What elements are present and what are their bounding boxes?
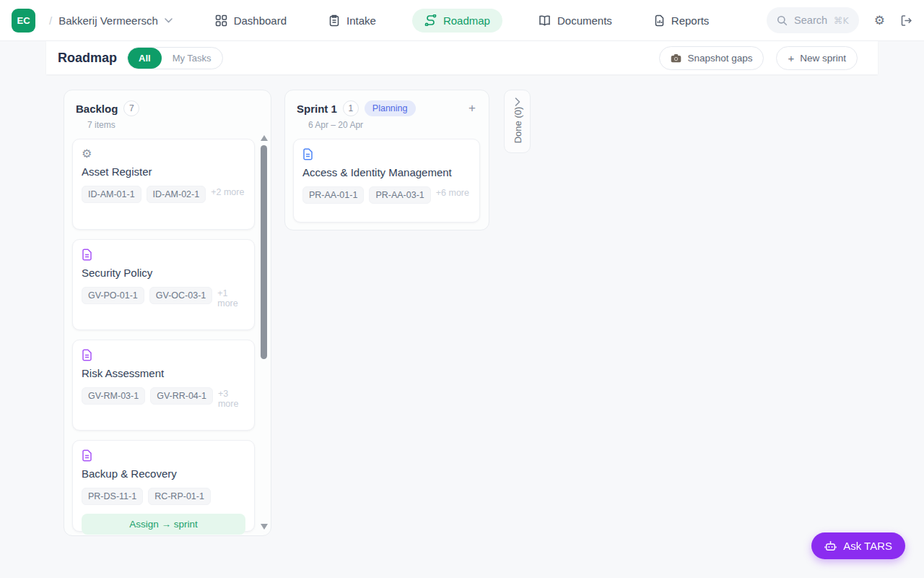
backlog-scrollbar[interactable] [260, 135, 269, 530]
control-tag: GV-RM-03-1 [82, 387, 145, 405]
report-file-icon [654, 14, 665, 27]
breadcrumb-org-name[interactable]: Bakkerij Vermeersch [58, 14, 158, 27]
roadmap-route-icon [424, 14, 437, 26]
scroll-down-arrow[interactable] [261, 524, 268, 530]
chevron-down-icon [165, 18, 173, 23]
sprint-dates: 6 Apr – 20 Apr [308, 120, 479, 130]
card-title: Security Policy [82, 267, 245, 279]
document-icon [82, 349, 245, 361]
nav-left: EC / Bakkerij Vermeersch [12, 9, 209, 33]
roadmap-board: Backlog 7 7 items ⚙ Asset Register ID-AM… [0, 74, 924, 536]
clipboard-icon [328, 14, 340, 27]
column-backlog: Backlog 7 7 items ⚙ Asset Register ID-AM… [64, 90, 271, 536]
control-tag: ID-AM-02-1 [147, 186, 206, 203]
filter-all[interactable]: All [128, 48, 162, 69]
new-sprint-button[interactable]: + New sprint [776, 46, 858, 70]
backlog-title: Backlog [76, 103, 118, 115]
sprint-count-badge: 1 [343, 100, 359, 116]
add-card-button[interactable]: + [466, 101, 479, 116]
chevron-right-icon [515, 98, 520, 106]
search-placeholder: Search [794, 14, 827, 26]
backlog-cards: ⚙ Asset Register ID-AM-01-1 ID-AM-02-1 +… [64, 130, 271, 540]
control-tag: GV-PO-01-1 [82, 287, 144, 304]
card-title: Risk Assessment [82, 367, 245, 379]
ask-tars-label: Ask TARS [843, 540, 892, 552]
ask-tars-button[interactable]: Ask TARS [811, 532, 905, 559]
logout-icon[interactable] [900, 14, 912, 27]
done-column-label: Done (0) [512, 107, 523, 144]
card-risk-assessment[interactable]: Risk Assessment GV-RM-03-1 GV-RR-04-1 +3… [72, 340, 255, 431]
breadcrumb-separator: / [49, 14, 52, 27]
assign-to-sprint-button[interactable]: Assign → sprint [82, 514, 245, 535]
new-sprint-label: New sprint [800, 53, 846, 64]
card-access-identity-management[interactable]: Access & Identity Management PR-AA-01-1 … [293, 139, 480, 223]
card-title: Backup & Recovery [82, 467, 245, 480]
tab-label: Intake [346, 14, 376, 27]
dashboard-grid-icon [215, 14, 227, 27]
card-backup-recovery[interactable]: Backup & Recovery PR-DS-11-1 RC-RP-01-1 … [72, 440, 255, 532]
search-icon [777, 15, 788, 26]
tab-roadmap[interactable]: Roadmap [412, 9, 502, 33]
page-header: Roadmap All My Tasks Snapshot gaps + New… [46, 41, 878, 74]
tab-dashboard[interactable]: Dashboard [209, 9, 292, 33]
plus-icon: + [788, 53, 794, 64]
top-nav: EC / Bakkerij Vermeersch Dashboard [0, 0, 924, 41]
sprint-cards: Access & Identity Management PR-AA-01-1 … [285, 130, 489, 223]
nav-right: Search ⌘K ⚙ [715, 7, 912, 33]
book-icon [539, 14, 551, 26]
tab-intake[interactable]: Intake [323, 9, 382, 33]
filter-toggle: All My Tasks [127, 47, 223, 69]
search-input[interactable]: Search ⌘K [767, 7, 859, 33]
more-tags-label: +6 more [436, 186, 469, 198]
card-title: Asset Register [82, 165, 245, 178]
camera-icon [671, 53, 681, 63]
tab-label: Documents [557, 14, 612, 27]
card-asset-register[interactable]: ⚙ Asset Register ID-AM-01-1 ID-AM-02-1 +… [72, 139, 255, 230]
snapshot-gaps-button[interactable]: Snapshot gaps [659, 46, 764, 70]
column-sprint-1: Sprint 1 1 Planning + 6 Apr – 20 Apr Acc… [284, 90, 489, 230]
snapshot-gaps-label: Snapshot gaps [687, 53, 752, 64]
control-tag: GV-OC-03-1 [149, 287, 212, 304]
control-tag: PR-AA-01-1 [302, 186, 364, 204]
card-title: Access & Identity Management [302, 166, 471, 178]
control-tag: ID-AM-01-1 [82, 186, 141, 203]
tab-label: Dashboard [234, 14, 287, 27]
tab-label: Roadmap [443, 14, 490, 27]
search-shortcut: ⌘K [834, 15, 849, 26]
document-icon [82, 249, 245, 261]
more-tags-label: +1 more [217, 287, 245, 309]
sprint-status-badge: Planning [365, 100, 416, 116]
org-avatar[interactable]: EC [12, 9, 35, 33]
robot-icon [824, 540, 837, 552]
document-icon [302, 148, 471, 160]
settings-gear-icon[interactable]: ⚙ [874, 14, 885, 27]
more-tags-label: +2 more [211, 186, 244, 197]
gear-icon: ⚙ [82, 148, 245, 160]
breadcrumb[interactable]: / Bakkerij Vermeersch [49, 14, 173, 27]
sprint-title: Sprint 1 [297, 103, 337, 115]
tab-reports[interactable]: Reports [648, 9, 715, 33]
filter-my-tasks[interactable]: My Tasks [162, 48, 222, 69]
main-nav: Dashboard Intake Roadmap [209, 9, 715, 33]
control-tag: PR-DS-11-1 [82, 488, 143, 505]
scrollbar-thumb[interactable] [261, 145, 267, 359]
control-tag: PR-AA-03-1 [369, 186, 430, 204]
control-tag: GV-RR-04-1 [150, 387, 213, 405]
control-tag: RC-RP-01-1 [148, 488, 211, 505]
tab-documents[interactable]: Documents [533, 9, 618, 33]
tab-label: Reports [671, 14, 710, 27]
backlog-subtitle: 7 items [87, 120, 261, 130]
column-done-collapsed[interactable]: Done (0) [504, 90, 531, 153]
scroll-up-arrow[interactable] [261, 135, 268, 141]
page-title: Roadmap [58, 51, 117, 66]
backlog-header: Backlog 7 7 items [64, 90, 271, 130]
card-security-policy[interactable]: Security Policy GV-PO-01-1 GV-OC-03-1 +1… [72, 239, 255, 330]
backlog-count-badge: 7 [123, 100, 139, 116]
document-icon [82, 449, 245, 462]
sprint-header: Sprint 1 1 Planning + 6 Apr – 20 Apr [285, 90, 489, 130]
more-tags-label: +3 more [218, 387, 245, 409]
